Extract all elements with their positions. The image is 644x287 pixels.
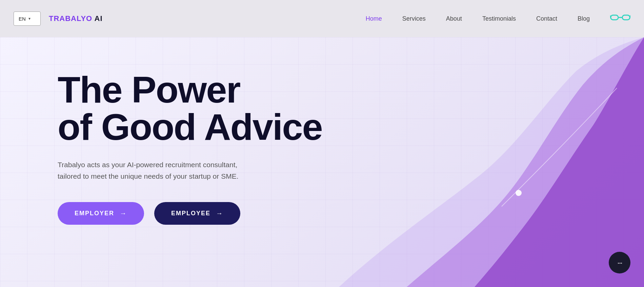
nav-testimonials[interactable]: Testimonials (482, 15, 516, 22)
employer-arrow-icon: → (120, 209, 127, 217)
chevron-down-icon: ▾ (28, 16, 31, 21)
nav-services[interactable]: Services (402, 15, 426, 22)
svg-line-4 (630, 16, 630, 17)
logo-text: TRABALYO (49, 14, 92, 23)
hero-subtitle: Trabalyo acts as your AI-powered recruit… (58, 159, 261, 182)
nav-contact[interactable]: Contact (536, 15, 557, 22)
svg-line-3 (610, 16, 611, 17)
svg-rect-0 (611, 15, 618, 20)
hero-content: The Power of Good Advice Trabalyo acts a… (58, 71, 322, 225)
employee-button[interactable]: Employee → (154, 202, 240, 225)
svg-point-5 (516, 190, 522, 196)
hero-buttons: Employer → Employee → (58, 202, 322, 225)
employee-label: Employee (171, 210, 210, 217)
hero-title-line2: of Good Advice (58, 106, 322, 148)
employer-button[interactable]: Employer → (58, 202, 144, 225)
nav-blog[interactable]: Blog (578, 15, 590, 22)
nav-links: Home Services About Testimonials Contact… (366, 15, 590, 22)
hero-section: The Power of Good Advice Trabalyo acts a… (0, 37, 644, 287)
chat-bubble-button[interactable]: ··· (609, 252, 630, 273)
language-selector[interactable]: EN ▾ (14, 12, 41, 26)
lang-label: EN (19, 16, 26, 22)
employee-arrow-icon: → (216, 209, 223, 217)
site-logo[interactable]: TRABALYO AI (49, 14, 103, 23)
employer-label: Employer (75, 210, 114, 217)
chat-icon: ··· (617, 258, 622, 267)
nav-about[interactable]: About (446, 15, 462, 22)
hero-title-line1: The Power (58, 69, 240, 110)
nav-home[interactable]: Home (366, 15, 382, 22)
brand-icon (610, 12, 630, 25)
wave-decoration (339, 37, 644, 287)
svg-rect-1 (622, 15, 630, 20)
hero-title: The Power of Good Advice (58, 71, 322, 146)
navbar: EN ▾ TRABALYO AI Home Services About Tes… (0, 0, 644, 37)
logo-highlight: AI (95, 14, 103, 23)
